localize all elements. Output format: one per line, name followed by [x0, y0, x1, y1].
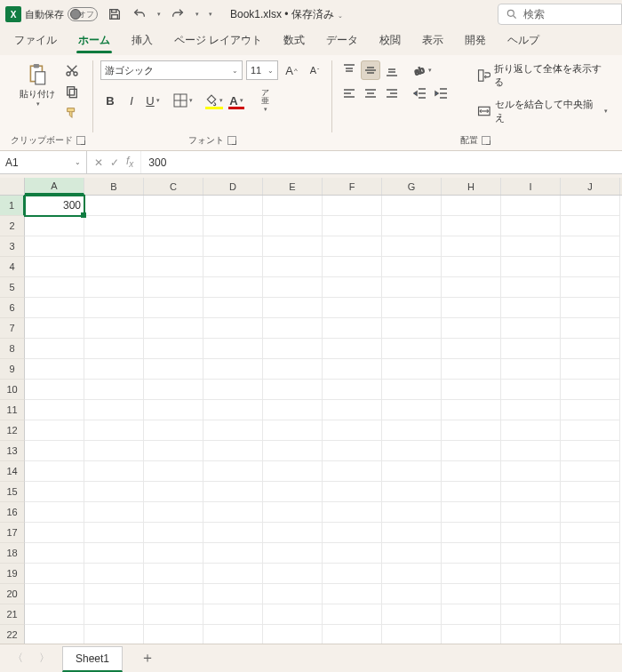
row-header[interactable]: 18: [0, 543, 25, 564]
cell[interactable]: [323, 625, 382, 644]
cell[interactable]: [25, 380, 84, 400]
cell[interactable]: [144, 625, 203, 644]
cell[interactable]: [263, 461, 323, 482]
cell[interactable]: [561, 380, 620, 400]
cell[interactable]: [144, 604, 203, 625]
cell[interactable]: [144, 298, 203, 318]
cell[interactable]: [203, 523, 263, 543]
cell[interactable]: [442, 277, 501, 298]
cell[interactable]: [442, 339, 501, 359]
cell[interactable]: [203, 564, 263, 584]
row-header[interactable]: 20: [0, 584, 25, 604]
cell[interactable]: [84, 339, 144, 359]
cell[interactable]: [263, 318, 323, 339]
fill-color-button[interactable]: ▾: [203, 91, 225, 110]
undo-dropdown-icon[interactable]: ▾: [157, 11, 161, 18]
cell[interactable]: [144, 216, 203, 236]
row-header[interactable]: 7: [0, 318, 25, 339]
cell[interactable]: [263, 236, 323, 257]
align-top-icon[interactable]: [339, 60, 359, 80]
cell[interactable]: [25, 236, 84, 257]
cell[interactable]: [501, 482, 561, 502]
orientation-icon[interactable]: ab▾: [411, 60, 434, 80]
cell[interactable]: [203, 298, 263, 318]
cell[interactable]: [263, 257, 323, 277]
format-painter-icon[interactable]: [64, 105, 80, 121]
cell[interactable]: [382, 461, 442, 482]
cell[interactable]: [442, 196, 501, 216]
row-header[interactable]: 6: [0, 298, 25, 318]
cell[interactable]: [501, 441, 561, 461]
row-header[interactable]: 15: [0, 482, 25, 502]
column-header[interactable]: B: [84, 178, 144, 195]
cell[interactable]: [561, 298, 620, 318]
cell[interactable]: [84, 523, 144, 543]
cell[interactable]: [382, 236, 442, 257]
cell[interactable]: [144, 318, 203, 339]
cell[interactable]: [25, 523, 84, 543]
cell[interactable]: [263, 380, 323, 400]
cell[interactable]: [501, 564, 561, 584]
cell[interactable]: [203, 420, 263, 441]
cell[interactable]: [323, 216, 382, 236]
cell[interactable]: [442, 420, 501, 441]
cell[interactable]: [501, 359, 561, 380]
cell[interactable]: [382, 400, 442, 420]
cell[interactable]: [203, 441, 263, 461]
cell[interactable]: [323, 277, 382, 298]
cell[interactable]: [561, 339, 620, 359]
cell[interactable]: [144, 380, 203, 400]
cell[interactable]: [84, 359, 144, 380]
cell[interactable]: [25, 420, 84, 441]
underline-button[interactable]: U▾: [143, 91, 163, 110]
cell[interactable]: [442, 625, 501, 644]
cell[interactable]: [561, 441, 620, 461]
column-header[interactable]: J: [561, 178, 620, 195]
column-header[interactable]: D: [203, 178, 263, 195]
cell[interactable]: [382, 584, 442, 604]
qat-customize-icon[interactable]: ▾: [209, 11, 212, 18]
cell[interactable]: [203, 482, 263, 502]
cell[interactable]: [323, 441, 382, 461]
decrease-indent-icon[interactable]: [411, 84, 430, 103]
clipboard-dialog-launcher[interactable]: [76, 136, 85, 145]
cell[interactable]: [203, 339, 263, 359]
cell[interactable]: [382, 318, 442, 339]
cell[interactable]: [84, 604, 144, 625]
cell[interactable]: [203, 400, 263, 420]
cell[interactable]: [323, 359, 382, 380]
cell[interactable]: [442, 482, 501, 502]
cell[interactable]: [144, 420, 203, 441]
cell[interactable]: [501, 461, 561, 482]
cell[interactable]: [263, 502, 323, 523]
cell[interactable]: [84, 318, 144, 339]
align-middle-icon[interactable]: [361, 60, 380, 80]
cell[interactable]: [263, 482, 323, 502]
cell[interactable]: [25, 441, 84, 461]
column-header[interactable]: C: [144, 178, 203, 195]
column-header[interactable]: F: [323, 178, 382, 195]
cell[interactable]: [84, 236, 144, 257]
cell[interactable]: [323, 543, 382, 564]
cell[interactable]: [442, 564, 501, 584]
cell[interactable]: [323, 482, 382, 502]
cell[interactable]: [561, 196, 620, 216]
cell[interactable]: [382, 420, 442, 441]
cell[interactable]: [84, 196, 144, 216]
cell[interactable]: [84, 216, 144, 236]
cell[interactable]: [501, 543, 561, 564]
cell[interactable]: [382, 277, 442, 298]
cell[interactable]: [25, 461, 84, 482]
cell[interactable]: [323, 257, 382, 277]
cell[interactable]: [144, 584, 203, 604]
cell[interactable]: [203, 318, 263, 339]
cell[interactable]: [144, 339, 203, 359]
cell[interactable]: [382, 257, 442, 277]
cell[interactable]: [501, 420, 561, 441]
cell[interactable]: [25, 277, 84, 298]
sheet-nav-prev[interactable]: 〈: [9, 651, 27, 666]
cell[interactable]: [25, 257, 84, 277]
cell[interactable]: [84, 380, 144, 400]
cell[interactable]: [84, 298, 144, 318]
cell[interactable]: [501, 196, 561, 216]
